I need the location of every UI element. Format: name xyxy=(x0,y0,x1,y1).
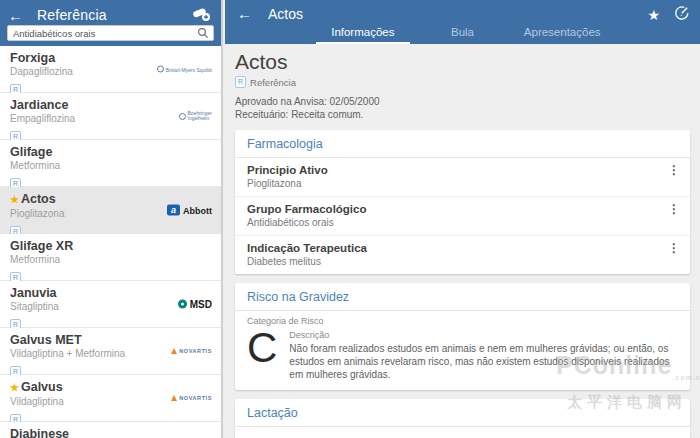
drug-generic: Metformina xyxy=(10,254,213,266)
card-title: Farmacologia xyxy=(235,130,690,158)
drug-list: Forxiga Dapagliflozina R Bristol-Myers S… xyxy=(0,46,221,438)
lab-logo-abbott: a Abbott xyxy=(167,205,212,216)
drug-list-panel: ← Referência Forxiga Dapagliflozina R xyxy=(0,0,223,438)
list-item-forxiga[interactable]: Forxiga Dapagliflozina R Bristol-Myers S… xyxy=(0,46,221,93)
search-input[interactable] xyxy=(8,28,196,39)
sidebar-header: ← Referência xyxy=(0,0,221,46)
risk-category-value: C xyxy=(247,330,277,381)
list-item-jardiance[interactable]: Jardiance Empagliflozina R Boehringer In… xyxy=(0,93,221,140)
detail-title: Actos xyxy=(268,6,303,22)
drug-name: ★Galvus xyxy=(10,380,213,395)
search-icon[interactable] xyxy=(196,27,210,39)
list-item-actos[interactable]: ★Actos Pioglitazona R a Abbott xyxy=(0,187,221,234)
card-risco-gravidez: Risco na Gravidez Categoria de Risco C D… xyxy=(235,283,690,390)
lab-logo-bms: Bristol-Myers Squibb xyxy=(157,66,212,73)
card-title: Risco na Gravidez xyxy=(235,283,690,311)
detail-header: ← Actos ★ Informações Bula Apresentações xyxy=(225,0,700,44)
lab-logo-novartis: NOVARTIS xyxy=(171,348,212,354)
lab-logo-boehringer: Boehringer Ingelheim xyxy=(179,111,212,121)
edit-icon[interactable] xyxy=(674,5,690,25)
overflow-menu-icon[interactable]: ⋮ xyxy=(668,202,680,216)
detail-panel: ← Actos ★ Informações Bula Apresentações… xyxy=(225,0,700,438)
abbott-a-icon: a xyxy=(167,205,180,216)
drug-name: Jardiance xyxy=(10,98,213,112)
farmacologia-row-principio: Principio Ativo Pioglitazona ⋮ xyxy=(235,158,690,197)
drug-name: Diabinese xyxy=(10,427,213,438)
tab-bula[interactable]: Bula xyxy=(413,24,513,44)
detail-content: Actos R Referência Aprovado na Anvisa: 0… xyxy=(225,44,700,438)
card-farmacologia: Farmacologia Principio Ativo Pioglitazon… xyxy=(235,130,690,274)
favorite-star-icon[interactable]: ★ xyxy=(647,7,660,23)
novartis-flame-icon xyxy=(171,348,177,354)
back-icon[interactable]: ← xyxy=(8,7,23,24)
card-title: Lactação xyxy=(235,399,690,427)
drug-name: Glifage xyxy=(10,145,213,159)
drug-name: Glifage XR xyxy=(10,239,213,253)
risk-category-label: Categoria de Risco xyxy=(247,316,678,326)
lab-logo-text: Bristol-Myers Squibb xyxy=(166,66,212,72)
list-item-galvus-met[interactable]: Galvus MET Vildagliptina + Metformina R … xyxy=(0,328,221,375)
description-label: Descrição xyxy=(289,330,678,340)
drug-generic: Metformina xyxy=(10,160,213,172)
list-item-galvus[interactable]: ★Galvus Vildagliptina R NOVARTIS xyxy=(0,375,221,422)
overflow-menu-icon[interactable]: ⋮ xyxy=(668,163,680,177)
favorite-star-icon: ★ xyxy=(10,382,19,393)
list-item-diabinese[interactable]: Diabinese xyxy=(0,422,221,438)
list-item-glifage-xr[interactable]: Glifage XR Metformina R MERCK xyxy=(0,234,221,281)
page-title: Actos xyxy=(235,50,690,74)
tab-apresentacoes[interactable]: Apresentações xyxy=(512,24,612,44)
favorite-star-icon: ★ xyxy=(10,194,19,205)
add-medication-icon[interactable] xyxy=(191,5,211,23)
lab-logo-text: NOVARTIS xyxy=(179,348,212,354)
list-item-januvia[interactable]: Januvia Sitagliptina R MSD xyxy=(0,281,221,328)
back-icon[interactable]: ← xyxy=(237,5,252,22)
card-lactacao: Lactação Não se sabe se a pioglitazona é… xyxy=(235,399,690,438)
lab-logo-text: MSD xyxy=(190,299,212,310)
lab-logo-text: Ingelheim xyxy=(188,115,210,121)
risk-description: Não foram realizados estudos em animais … xyxy=(289,342,678,381)
drug-name: Galvus MET xyxy=(10,333,213,347)
search-box xyxy=(7,25,214,41)
lab-logo-msd: MSD xyxy=(178,299,212,310)
drug-name: Forxiga xyxy=(10,51,213,65)
msd-donut-icon xyxy=(178,300,187,309)
approval-info: Aprovado na Anvisa: 02/05/2000 Receituár… xyxy=(235,95,690,121)
lab-logo-text: Abbott xyxy=(183,205,212,215)
farmacologia-row-grupo: Grupo Farmacológico Antidiabéticos orais… xyxy=(235,197,690,236)
tab-informacoes[interactable]: Informações xyxy=(313,24,413,44)
reference-label: Referência xyxy=(250,77,296,88)
tab-bar: Informações Bula Apresentações xyxy=(313,24,612,44)
receituario-line: Receituário: Receita comum. xyxy=(235,108,690,121)
sidebar-title: Referência xyxy=(37,7,107,23)
lab-logo-mark-icon xyxy=(157,66,164,73)
list-item-glifage[interactable]: Glifage Metformina R MERCK xyxy=(0,140,221,187)
lab-logo-novartis: NOVARTIS xyxy=(171,395,212,401)
novartis-flame-icon xyxy=(171,395,177,401)
overflow-menu-icon[interactable]: ⋮ xyxy=(668,241,680,255)
farmacologia-row-indicacao: Indicação Terapeutica Diabetes melitus ⋮ xyxy=(235,236,690,274)
anvisa-line: Aprovado na Anvisa: 02/05/2000 xyxy=(235,95,690,108)
reference-badge: R xyxy=(235,76,246,88)
lab-logo-text: NOVARTIS xyxy=(179,395,212,401)
lab-logo-mark-icon xyxy=(179,113,186,120)
